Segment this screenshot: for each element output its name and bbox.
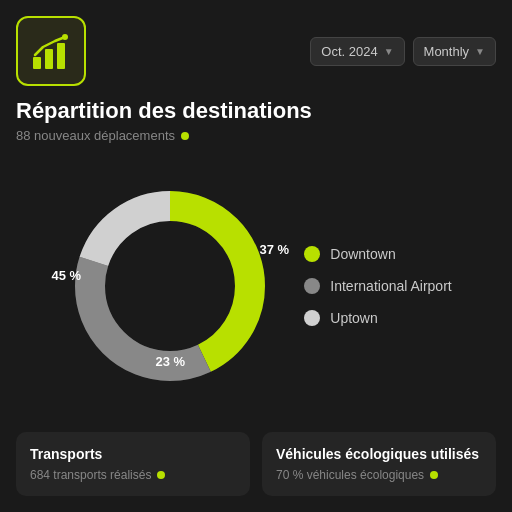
donut-chart: 45 % 37 % 23 % (60, 176, 280, 396)
footer-card-eco: Véhicules écologiques utilisés 70 % véhi… (262, 432, 496, 496)
legend-label-uptown: Uptown (330, 310, 377, 326)
footer-value-eco-text: 70 % véhicules écologiques (276, 468, 424, 482)
percent-downtown: 45 % (52, 268, 82, 283)
svg-rect-1 (45, 49, 53, 69)
footer-value-transports: 684 transports réalisés (30, 468, 236, 482)
date-label: Oct. 2024 (321, 44, 377, 59)
svg-rect-2 (57, 43, 65, 69)
logo-icon (29, 29, 73, 73)
footer-dot-eco (430, 471, 438, 479)
date-dropdown-arrow: ▼ (384, 46, 394, 57)
subtitle-text: 88 nouveaux déplacements (16, 128, 175, 143)
period-dropdown-arrow: ▼ (475, 46, 485, 57)
footer-value-eco: 70 % véhicules écologiques (276, 468, 482, 482)
chart-section: 45 % 37 % 23 % Downtown International Ai… (16, 147, 496, 424)
legend-item-downtown: Downtown (304, 246, 451, 262)
subtitle: 88 nouveaux déplacements (16, 128, 496, 143)
legend-item-airport: International Airport (304, 278, 451, 294)
legend-label-downtown: Downtown (330, 246, 395, 262)
footer-card-transports: Transports 684 transports réalisés (16, 432, 250, 496)
status-dot (181, 132, 189, 140)
footer: Transports 684 transports réalisés Véhic… (16, 432, 496, 496)
logo-box (16, 16, 86, 86)
page-title: Répartition des destinations (16, 98, 496, 124)
percent-airport: 37 % (259, 242, 289, 257)
header: Oct. 2024 ▼ Monthly ▼ (16, 16, 496, 86)
legend-color-downtown (304, 246, 320, 262)
title-section: Répartition des destinations 88 nouveaux… (16, 98, 496, 143)
percent-uptown: 23 % (155, 354, 185, 369)
legend-label-airport: International Airport (330, 278, 451, 294)
footer-dot-transports (157, 471, 165, 479)
legend-color-airport (304, 278, 320, 294)
date-dropdown[interactable]: Oct. 2024 ▼ (310, 37, 404, 66)
period-label: Monthly (424, 44, 470, 59)
legend-color-uptown (304, 310, 320, 326)
svg-rect-0 (33, 57, 41, 69)
legend-item-uptown: Uptown (304, 310, 451, 326)
period-dropdown[interactable]: Monthly ▼ (413, 37, 496, 66)
footer-title-eco: Véhicules écologiques utilisés (276, 446, 482, 462)
main-container: Oct. 2024 ▼ Monthly ▼ Répartition des de… (0, 0, 512, 512)
footer-title-transports: Transports (30, 446, 236, 462)
header-controls: Oct. 2024 ▼ Monthly ▼ (310, 37, 496, 66)
svg-point-3 (62, 34, 68, 40)
chart-legend: Downtown International Airport Uptown (304, 246, 451, 326)
footer-value-transports-text: 684 transports réalisés (30, 468, 151, 482)
